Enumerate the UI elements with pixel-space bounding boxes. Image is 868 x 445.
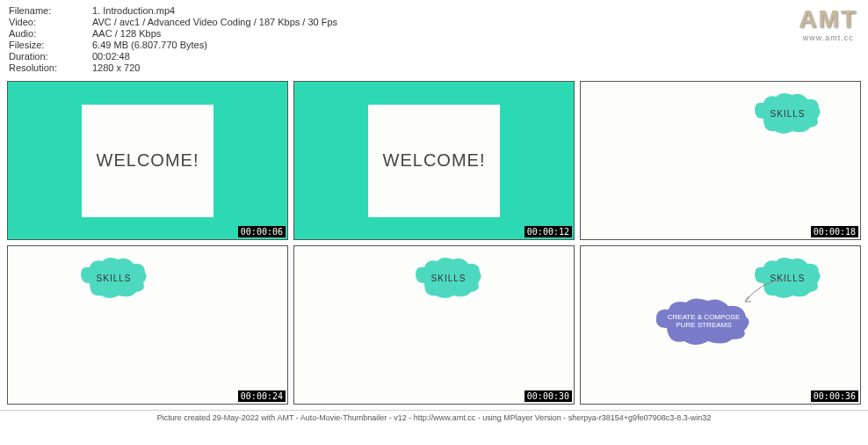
welcome-text: WELCOME! (383, 150, 486, 171)
thumbnail-1: WELCOME! 00:00:06 (7, 81, 288, 240)
welcome-box: WELCOME! (82, 105, 213, 217)
duration-value: 00:02:48 (92, 51, 130, 62)
purple-label: CREATE & COMPOSEPURE STREAMS (668, 313, 741, 330)
logo-text: AMT (799, 5, 857, 33)
thumbnail-grid: WELCOME! 00:00:06 WELCOME! 00:00:12 SKIL… (0, 77, 868, 408)
welcome-box: WELCOME! (368, 105, 500, 217)
footer-text: Picture created 29-May-2022 with AMT - A… (0, 410, 868, 425)
welcome-text: WELCOME! (97, 150, 199, 171)
skills-label: SKILLS (431, 274, 467, 283)
timestamp: 00:00:30 (524, 390, 572, 402)
logo-url: www.amt.cc (799, 33, 857, 42)
skills-cloud-icon: SKILLS (411, 257, 486, 299)
timestamp: 00:00:24 (238, 390, 286, 402)
filesize-value: 6.49 MB (6.807.770 Bytes) (92, 40, 207, 50)
thumbnail-5: SKILLS 00:00:30 (293, 245, 575, 405)
timestamp: 00:00:36 (811, 390, 858, 402)
timestamp: 00:00:12 (524, 226, 572, 237)
thumbnail-6: SKILLS CREATE & COMPOSEPURE STREAMS 00:0… (580, 245, 861, 405)
video-value: AVC / avc1 / Advanced Video Coding / 187… (92, 17, 337, 27)
filename-value: 1. Introduction.mp4 (92, 5, 175, 16)
skills-cloud-icon: SKILLS (750, 92, 825, 135)
thumbnail-3: SKILLS 00:00:18 (580, 81, 861, 240)
skills-label: SKILLS (770, 109, 806, 119)
audio-value: AAC / 128 Kbps (92, 28, 161, 39)
audio-label: Audio: (9, 28, 92, 39)
skills-cloud-icon: SKILLS (76, 257, 151, 299)
resolution-value: 1280 x 720 (92, 62, 140, 73)
thumbnail-4: SKILLS 00:00:24 (7, 245, 288, 405)
filesize-label: Filesize: (9, 40, 92, 50)
skills-label: SKILLS (97, 274, 132, 283)
timestamp: 00:00:06 (238, 226, 286, 237)
video-label: Video: (9, 17, 92, 27)
filename-label: Filename: (9, 5, 92, 16)
purple-cloud-icon: CREATE & COMPOSEPURE STREAMS (651, 297, 756, 346)
timestamp: 00:00:18 (811, 226, 858, 237)
resolution-label: Resolution: (9, 62, 92, 73)
metadata-header: Filename: 1. Introduction.mp4 Video: AVC… (0, 0, 868, 77)
amt-logo: AMT www.amt.cc (799, 5, 857, 42)
thumbnail-2: WELCOME! 00:00:12 (293, 81, 575, 240)
duration-label: Duration: (9, 51, 92, 62)
